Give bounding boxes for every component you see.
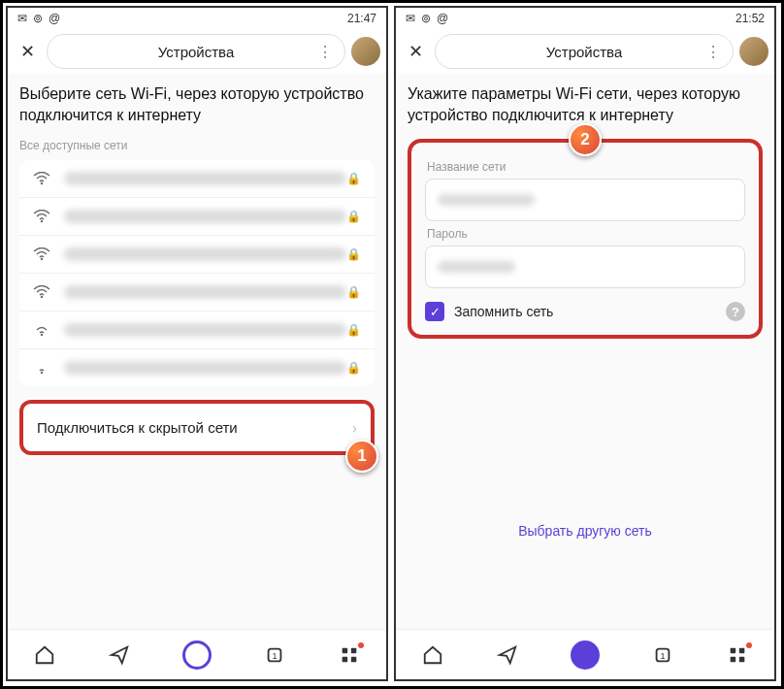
svg-rect-14 [730, 647, 735, 653]
lock-icon: 🔒 [346, 247, 361, 261]
password-value-blurred [438, 261, 515, 273]
wifi-ssid-blurred [64, 323, 346, 337]
header-title-pill[interactable]: Устройства ⋮ [47, 34, 345, 69]
more-icon[interactable]: ⋮ [705, 43, 721, 61]
home-icon[interactable] [34, 644, 55, 666]
tabs-icon[interactable]: 1 [652, 644, 673, 666]
page-heading: Выберите сеть Wi-Fi, через которую устро… [19, 83, 375, 125]
wifi-item[interactable]: 🔒 [19, 274, 375, 312]
svg-rect-10 [342, 656, 347, 662]
wifi-item[interactable]: 🔒 [19, 236, 375, 274]
wifi-icon [33, 210, 50, 223]
svg-point-3 [41, 296, 43, 298]
mail-icon: ✉ [406, 12, 415, 25]
phone-screen-left: ✉ ⊚ @ 21:47 ✕ Устройства ⋮ Выберите сеть… [6, 6, 388, 681]
svg-rect-8 [342, 647, 347, 653]
tutorial-image: ✉ ⊚ @ 21:47 ✕ Устройства ⋮ Выберите сеть… [0, 0, 784, 689]
content-area: Укажите параметры Wi-Fi сети, через кото… [396, 74, 774, 629]
lock-icon: 🔒 [346, 323, 361, 337]
menu-icon[interactable] [727, 644, 748, 666]
callout-badge-1: 1 [345, 440, 378, 473]
app-header: ✕ Устройства ⋮ [8, 29, 386, 74]
wifi-credentials-form: 2 Название сети Пароль ✓ Запомнить сеть … [408, 139, 763, 339]
callout-badge-2: 2 [569, 123, 602, 156]
close-icon[interactable]: ✕ [14, 38, 41, 65]
status-icons-left: ✉ ⊚ @ [17, 12, 60, 25]
remember-row: ✓ Запомнить сеть ? [425, 302, 745, 321]
avatar[interactable] [739, 37, 768, 66]
menu-icon[interactable] [339, 644, 360, 666]
svg-rect-16 [730, 656, 735, 662]
at-icon: @ [437, 12, 448, 25]
svg-rect-9 [351, 647, 357, 653]
choose-other-network-link[interactable]: Выбрать другую сеть [408, 523, 763, 539]
remember-label: Запомнить сеть [454, 304, 716, 319]
send-icon[interactable] [109, 644, 130, 666]
wifi-item[interactable]: 🔒 [19, 312, 375, 349]
whatsapp-icon: ⊚ [421, 12, 431, 25]
wifi-icon [33, 323, 50, 337]
alice-icon[interactable] [182, 640, 212, 670]
password-input[interactable] [425, 246, 745, 288]
wifi-item[interactable]: 🔒 [19, 160, 375, 198]
header-title: Устройства [158, 44, 234, 60]
wifi-ssid-blurred [64, 361, 346, 375]
svg-rect-17 [739, 656, 745, 662]
tabs-icon[interactable]: 1 [264, 644, 285, 666]
lock-icon: 🔒 [346, 285, 361, 299]
wifi-ssid-blurred [64, 247, 346, 261]
wifi-ssid-blurred [64, 172, 346, 185]
ssid-input[interactable] [425, 179, 745, 221]
password-label: Пароль [427, 227, 745, 241]
hidden-network-label: Подключиться к скрытой сети [37, 419, 238, 436]
svg-text:1: 1 [661, 650, 666, 660]
wifi-icon [33, 247, 50, 261]
lock-icon: 🔒 [346, 210, 361, 223]
wifi-icon [33, 285, 50, 299]
bottom-nav: 1 [8, 629, 386, 679]
status-bar: ✉ ⊚ @ 21:47 [8, 8, 386, 29]
phone-screen-right: ✉ ⊚ @ 21:52 ✕ Устройства ⋮ Укажите парам… [394, 6, 776, 681]
close-icon[interactable]: ✕ [402, 38, 429, 65]
more-icon[interactable]: ⋮ [317, 43, 333, 61]
wifi-icon [33, 361, 50, 375]
svg-rect-15 [739, 647, 745, 653]
remember-checkbox[interactable]: ✓ [425, 302, 444, 321]
header-title-pill[interactable]: Устройства ⋮ [435, 34, 734, 69]
whatsapp-icon: ⊚ [33, 12, 43, 25]
wifi-ssid-blurred [64, 285, 346, 299]
home-icon[interactable] [422, 644, 443, 666]
wifi-list: 🔒 🔒 🔒 🔒 [19, 160, 375, 386]
svg-point-2 [41, 258, 43, 260]
svg-point-0 [41, 182, 43, 184]
lock-icon: 🔒 [346, 361, 361, 375]
bottom-nav: 1 [396, 629, 774, 679]
svg-point-4 [41, 334, 43, 336]
ssid-value-blurred [438, 194, 535, 206]
avatar[interactable] [351, 37, 380, 66]
section-label: Все доступные сети [19, 139, 375, 152]
header-title: Устройства [546, 44, 622, 60]
chevron-right-icon: › [352, 419, 357, 436]
connect-hidden-network-button[interactable]: Подключиться к скрытой сети › 1 [19, 400, 375, 455]
status-time: 21:47 [347, 12, 376, 25]
status-bar: ✉ ⊚ @ 21:52 [396, 8, 774, 29]
mail-icon: ✉ [17, 12, 27, 25]
status-time: 21:52 [735, 12, 765, 25]
svg-rect-11 [351, 656, 357, 662]
svg-point-5 [41, 372, 43, 374]
content-area: Выберите сеть Wi-Fi, через которую устро… [8, 74, 386, 629]
wifi-ssid-blurred [64, 210, 346, 223]
wifi-item[interactable]: 🔒 [19, 349, 375, 386]
at-icon: @ [49, 12, 60, 25]
help-icon[interactable]: ? [726, 302, 745, 321]
alice-icon[interactable] [571, 640, 600, 670]
wifi-icon [33, 172, 50, 185]
svg-point-1 [41, 220, 43, 222]
send-icon[interactable] [497, 644, 518, 666]
status-icons-left: ✉ ⊚ @ [406, 12, 448, 25]
page-heading: Укажите параметры Wi-Fi сети, через кото… [408, 83, 763, 125]
svg-text:1: 1 [273, 650, 278, 660]
lock-icon: 🔒 [346, 172, 361, 185]
wifi-item[interactable]: 🔒 [19, 198, 375, 236]
